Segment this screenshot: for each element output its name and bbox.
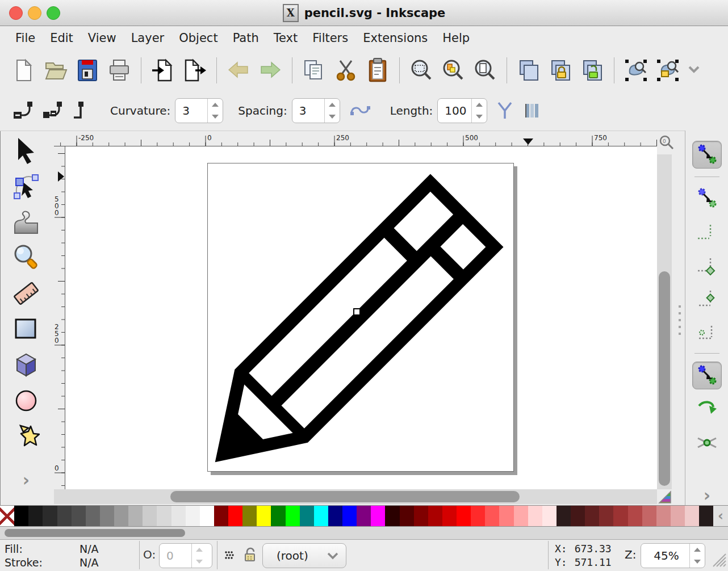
open-document-icon[interactable] xyxy=(43,57,69,83)
select-original-icon[interactable] xyxy=(623,57,649,83)
curvature-value[interactable]: 3 xyxy=(175,104,207,117)
swatch-e6e6e6[interactable] xyxy=(171,506,186,526)
swatch-241b1b[interactable] xyxy=(699,506,713,526)
swatch-00ff00[interactable] xyxy=(286,506,300,526)
opacity-spinbox[interactable]: 0 xyxy=(159,543,212,568)
snap-enable-icon[interactable] xyxy=(692,141,722,169)
canvas-area[interactable] xyxy=(65,146,657,489)
selected-node-handle[interactable] xyxy=(353,308,361,316)
swatch-f0cccc[interactable] xyxy=(685,506,699,526)
toolbox-expander-chevron[interactable]: › xyxy=(12,466,40,494)
snap-paths-icon[interactable] xyxy=(693,396,721,423)
swatch-ffe6e6[interactable] xyxy=(542,506,557,526)
swatch-999999[interactable] xyxy=(114,506,128,526)
document-page[interactable] xyxy=(207,163,514,472)
export-icon[interactable] xyxy=(182,57,208,83)
curvature-spinbox[interactable]: 3 xyxy=(175,98,223,123)
menu-item-filters[interactable]: Filters xyxy=(305,29,355,47)
swatch-b24747[interactable] xyxy=(628,506,642,526)
swatch-ffff00[interactable] xyxy=(257,506,271,526)
menu-item-extensions[interactable]: Extensions xyxy=(355,29,435,47)
palette-scrollbar[interactable] xyxy=(0,527,728,539)
stroke-value[interactable]: N/A xyxy=(80,556,99,569)
swatch-ffffff[interactable] xyxy=(200,506,214,526)
import-icon[interactable] xyxy=(150,57,176,83)
snap-bbox-corners-icon[interactable] xyxy=(693,251,721,278)
box-3d-tool-icon[interactable] xyxy=(12,351,40,379)
menu-item-object[interactable]: Object xyxy=(171,29,225,47)
snap-path-intersections-icon[interactable] xyxy=(693,429,721,456)
swatch-ff0000[interactable] xyxy=(228,506,242,526)
create-clone-icon[interactable] xyxy=(547,57,574,83)
paste-icon[interactable] xyxy=(365,57,391,83)
swatch-666666[interactable] xyxy=(86,506,100,526)
snap-nodes-icon[interactable] xyxy=(692,362,722,389)
spacing-spinbox[interactable]: 3 xyxy=(292,98,340,123)
horizontal-ruler[interactable]: -2500250500750 xyxy=(54,134,657,146)
lpe-branch-icon[interactable] xyxy=(495,100,514,121)
swatch-ffd5d5[interactable] xyxy=(528,506,542,526)
swatch-008000[interactable] xyxy=(271,506,285,526)
zoom-tool-icon[interactable] xyxy=(12,243,40,272)
opacity-spinner[interactable] xyxy=(191,544,207,568)
ellipse-tool-icon[interactable] xyxy=(12,387,40,415)
rectangle-tool-icon[interactable] xyxy=(12,315,40,343)
swatch-5f1f1f[interactable] xyxy=(585,506,599,526)
spacing-spinner[interactable] xyxy=(324,99,340,123)
layer-lock-icon[interactable] xyxy=(243,547,258,565)
swatch-800000[interactable] xyxy=(414,506,428,526)
swatch-404040[interactable] xyxy=(57,506,72,526)
zoom-spinbox[interactable]: 45% xyxy=(641,543,705,568)
opacity-value[interactable]: 0 xyxy=(160,549,191,562)
snap-bbox-edge-midpoints-icon[interactable] xyxy=(693,285,721,312)
color-managed-display-icon[interactable] xyxy=(658,490,673,506)
swatch-000080[interactable] xyxy=(328,506,342,526)
fill-value[interactable]: N/A xyxy=(80,542,99,556)
title-bar[interactable]: X pencil.svg - Inkscape xyxy=(0,0,728,26)
zoom-spinner[interactable] xyxy=(689,544,705,568)
horizontal-scrollbar-thumb[interactable] xyxy=(170,491,520,502)
zoom-value[interactable]: 45% xyxy=(641,549,689,562)
vertical-scrollbar[interactable] xyxy=(657,154,672,489)
cut-icon[interactable] xyxy=(333,57,359,83)
curvature-spinner[interactable] xyxy=(207,99,223,123)
swatch-808080[interactable] xyxy=(100,506,114,526)
swatch-c46666[interactable] xyxy=(642,506,656,526)
snapbar-expander-chevron[interactable]: › xyxy=(693,482,721,509)
layer-selector-dropdown[interactable]: (root) xyxy=(262,543,346,568)
swatch-none[interactable] xyxy=(0,506,14,526)
menu-item-layer[interactable]: Layer xyxy=(124,29,172,47)
swatch-ff2a2a[interactable] xyxy=(471,506,485,526)
swatch-f2f2f2[interactable] xyxy=(186,506,200,526)
swatch-ff00ff[interactable] xyxy=(371,506,385,526)
selector-tool-icon[interactable] xyxy=(12,136,40,165)
swatch-ff0000[interactable] xyxy=(457,506,471,526)
swatch-2b2b2b[interactable] xyxy=(43,506,57,526)
menu-item-view[interactable]: View xyxy=(81,29,124,47)
swatch-808000[interactable] xyxy=(242,506,257,526)
star-tool-icon[interactable] xyxy=(12,422,40,451)
swatch-550000[interactable] xyxy=(400,506,414,526)
window-resize-grip[interactable] xyxy=(708,548,727,570)
pencil-drawing[interactable] xyxy=(208,163,513,471)
length-value[interactable]: 100 xyxy=(438,104,471,117)
swatch-800080[interactable] xyxy=(357,506,371,526)
menu-item-edit[interactable]: Edit xyxy=(43,29,81,47)
tweak-tool-icon[interactable] xyxy=(12,208,40,236)
swatch-2b0000[interactable] xyxy=(385,506,399,526)
swatch-d48a8a[interactable] xyxy=(656,506,671,526)
swatch-d9d9d9[interactable] xyxy=(157,506,171,526)
duplicate-icon[interactable] xyxy=(516,57,542,83)
measure-tool-icon[interactable] xyxy=(12,279,40,308)
spacing-value[interactable]: 3 xyxy=(292,104,324,117)
zoom-selection-icon[interactable] xyxy=(408,57,434,83)
layer-visibility-icon[interactable] xyxy=(223,548,237,565)
zoom-drawing-icon[interactable] xyxy=(440,57,466,83)
swatch-ff8080[interactable] xyxy=(499,506,513,526)
swatch-7e2a2a[interactable] xyxy=(599,506,613,526)
menu-item-path[interactable]: Path xyxy=(225,29,266,47)
menu-item-file[interactable]: File xyxy=(8,29,43,47)
length-spinner[interactable] xyxy=(471,99,487,123)
palette-scroll-left-button[interactable]: ‹ xyxy=(713,506,728,526)
print-icon[interactable] xyxy=(106,57,132,83)
